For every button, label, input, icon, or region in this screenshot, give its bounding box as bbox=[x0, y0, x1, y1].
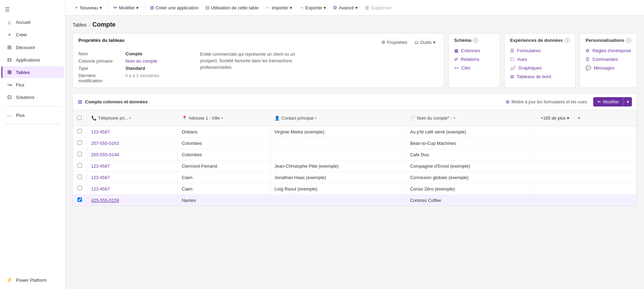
sidebar-item-label: Créer bbox=[16, 32, 27, 37]
row-nom-compte: Contoso Coffee bbox=[406, 195, 534, 206]
add-column-button[interactable]: ＋ bbox=[573, 113, 585, 123]
utilisation-button[interactable]: ⊟ Utilisation de cette table bbox=[203, 3, 261, 12]
row-telephone[interactable]: 207-555-0163 bbox=[87, 138, 177, 149]
importer-button[interactable]: ← Importer ▾ bbox=[263, 3, 295, 12]
sidebar-item-flux[interactable]: ↝ Flux bbox=[1, 79, 64, 91]
derniere-modif-label: Dernière modification bbox=[78, 73, 120, 83]
importer-icon: ← bbox=[265, 5, 270, 10]
table-row: 123 4567 Caen Jonathan Haas (exemple) Co… bbox=[73, 172, 637, 183]
modifier-dropdown-button[interactable]: ▾ bbox=[624, 97, 632, 106]
row-telephone[interactable]: 265-555-0144 bbox=[87, 149, 177, 160]
row-checkbox[interactable] bbox=[77, 129, 82, 133]
more-columns-button[interactable]: +165 de plus ▾ bbox=[538, 114, 572, 122]
nom-compte-chevron[interactable]: ▾ bbox=[454, 116, 455, 120]
telephone-chevron[interactable]: ▾ bbox=[129, 116, 131, 120]
schema-info-icon[interactable]: i bbox=[473, 38, 478, 43]
row-checkbox-cell bbox=[73, 149, 87, 160]
sidebar-item-accueil[interactable]: ⌂ Accueil bbox=[1, 17, 64, 28]
content-area: Tables › Compte Propriétés du tableau ⚙ … bbox=[66, 16, 644, 289]
schema-relations[interactable]: ⇄ Relations bbox=[454, 55, 494, 64]
sidebar-item-plus[interactable]: ··· Plus bbox=[1, 110, 64, 121]
panels-row: Propriétés du tableau ⚙ Propriétés 🗂 Out… bbox=[73, 33, 637, 88]
plus-icon: ＋ bbox=[6, 31, 12, 38]
sidebar-item-power-platform[interactable]: ⚡ Power Platform bbox=[1, 274, 64, 289]
modifier-chevron: ▾ bbox=[136, 5, 139, 10]
perso-regles[interactable]: ⚙ Règles d'entreprise bbox=[586, 46, 631, 55]
perso-messages[interactable]: 💬 Messages bbox=[586, 64, 631, 72]
row-telephone[interactable]: 425-555-0159 bbox=[87, 195, 177, 206]
creer-app-button[interactable]: ⊞ Créer une application bbox=[147, 3, 201, 12]
update-forms-button[interactable]: ⊞ Mettre à jour les formulaires et les v… bbox=[502, 97, 590, 106]
row-telephone[interactable]: 123 4567 bbox=[87, 183, 177, 195]
exp-tableaux-bord[interactable]: ⊞ Tableaux de bord bbox=[510, 72, 570, 81]
contact-chevron[interactable]: ▾ bbox=[315, 116, 317, 120]
row-checkbox[interactable] bbox=[77, 197, 82, 202]
nouveau-button[interactable]: ＋ Nouveau ▾ bbox=[71, 3, 105, 12]
schema-cles[interactable]: 🗝 Clés bbox=[454, 64, 494, 72]
schema-panel-title: Schéma i bbox=[454, 38, 494, 43]
columns-icon: ▦ bbox=[454, 48, 458, 53]
sidebar-item-solutions[interactable]: ⊡ Solutions bbox=[1, 91, 64, 103]
breadcrumb-parent[interactable]: Tables bbox=[73, 22, 86, 28]
row-checkbox[interactable] bbox=[77, 152, 82, 156]
row-nom-compte: Bean-to-Cup Machines bbox=[406, 138, 534, 149]
avance-icon: ⚙ bbox=[333, 5, 337, 10]
sidebar-item-creer[interactable]: ＋ Créer bbox=[1, 29, 64, 41]
perso-commandes[interactable]: ☰ Commandes bbox=[586, 55, 631, 64]
experiences-info-icon[interactable]: i bbox=[565, 38, 570, 43]
row-telephone[interactable]: 123 4567 bbox=[87, 126, 177, 138]
modifier-button[interactable]: ✏ Modifier ▾ bbox=[111, 3, 141, 12]
solutions-icon: ⊡ bbox=[6, 94, 12, 100]
col-more-header: +165 de plus ▾ ＋ bbox=[534, 110, 637, 126]
row-extra bbox=[534, 126, 637, 138]
select-all-checkbox[interactable] bbox=[77, 115, 82, 120]
row-checkbox[interactable] bbox=[77, 175, 82, 179]
exporter-button[interactable]: → Exporter ▾ bbox=[296, 3, 329, 12]
adresse-chevron[interactable]: ▾ bbox=[221, 116, 223, 120]
row-checkbox-cell bbox=[73, 183, 87, 195]
modifier-data-button[interactable]: ✏ Modifier bbox=[593, 97, 623, 106]
exp-formulaires[interactable]: ☰ Formulaires bbox=[510, 46, 570, 55]
sidebar-item-decouvrir[interactable]: ⊞ Découvrir bbox=[1, 41, 64, 53]
row-checkbox[interactable] bbox=[77, 163, 82, 168]
personnalisations-info-icon[interactable]: i bbox=[626, 38, 631, 43]
description-value: Entité commerciale qui représente un cli… bbox=[200, 51, 297, 71]
breadcrumb: Tables › Compte bbox=[73, 21, 637, 28]
proprietes-btn[interactable]: ⚙ Propriétés bbox=[379, 38, 410, 46]
outils-btn[interactable]: 🗂 Outils ▾ bbox=[411, 38, 438, 46]
personnalisations-panel-title: Personnalisations i bbox=[586, 38, 631, 43]
row-telephone[interactable]: 123 4567 bbox=[87, 172, 177, 183]
row-checkbox[interactable] bbox=[77, 140, 82, 145]
row-telephone[interactable]: 123 4567 bbox=[87, 160, 177, 172]
row-contact: Loïg Raoul (exemple) bbox=[270, 183, 405, 195]
col-primaire-value[interactable]: Nom du compte bbox=[125, 58, 195, 64]
table-row: 123 4567 Caen Loïg Raoul (exemple) Conso… bbox=[73, 183, 637, 195]
hamburger-button[interactable]: ☰ bbox=[0, 3, 65, 16]
table-row: 425-555-0159 Nantes Contoso Coffee bbox=[73, 195, 637, 206]
apps-icon: ⊟ bbox=[6, 57, 12, 63]
row-contact: Virginie Maitre (exemple) bbox=[270, 126, 405, 138]
exp-graphiques[interactable]: 📈 Graphiques bbox=[510, 64, 570, 72]
breadcrumb-current: Compte bbox=[92, 21, 115, 28]
exporter-chevron: ▾ bbox=[324, 5, 326, 10]
power-icon: ⚡ bbox=[6, 277, 12, 283]
avance-button[interactable]: ⚙ Avancé ▾ bbox=[330, 3, 360, 12]
personnalisations-panel: Personnalisations i ⚙ Règles d'entrepris… bbox=[580, 33, 637, 88]
schema-colonnes[interactable]: ▦ Colonnes bbox=[454, 46, 494, 55]
toolbar: ＋ Nouveau ▾ ✏ Modifier ▾ ⊞ Créer une app… bbox=[66, 0, 644, 16]
charts-icon: 📈 bbox=[510, 65, 516, 71]
supprimer-button[interactable]: 🗑 Supprimer bbox=[362, 3, 394, 12]
table-title: Compte colonnes et données bbox=[85, 99, 148, 104]
row-checkbox[interactable] bbox=[77, 186, 82, 190]
table-row: 265-555-0144 Colombes Cafe Duo bbox=[73, 149, 637, 160]
col-checkbox-header bbox=[73, 110, 87, 126]
breadcrumb-separator: › bbox=[88, 22, 90, 28]
sidebar-item-tables[interactable]: ⊞ Tables bbox=[1, 66, 64, 78]
row-adresse: Caen bbox=[177, 172, 270, 183]
sidebar-item-applications[interactable]: ⊟ Applications bbox=[1, 54, 64, 66]
nouveau-chevron: ▾ bbox=[100, 5, 102, 10]
sidebar-item-label: Accueil bbox=[16, 20, 30, 25]
relations-icon: ⇄ bbox=[454, 57, 458, 62]
exp-vues[interactable]: ☐ Vues bbox=[510, 55, 570, 64]
row-contact bbox=[270, 138, 405, 149]
